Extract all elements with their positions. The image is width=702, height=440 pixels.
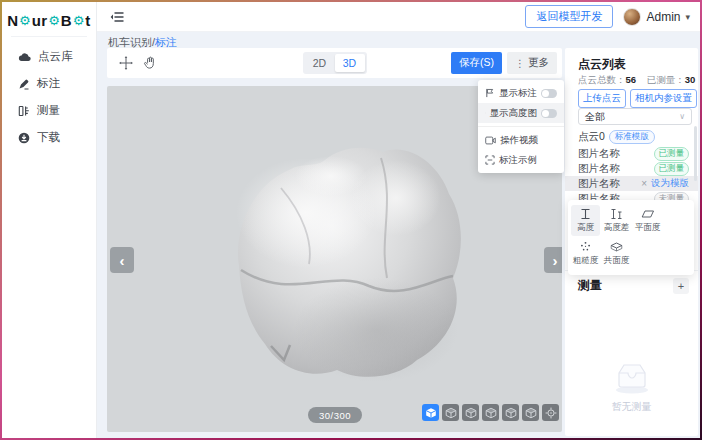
status-badge: 已测量	[654, 147, 690, 161]
add-measurement-button[interactable]: +	[673, 278, 689, 294]
total-label: 点云总数：	[578, 74, 626, 85]
panel-title: 点云列表	[578, 56, 626, 73]
chevron-down-icon: ▾	[685, 12, 690, 22]
camera-params-button[interactable]: 相机内参设置	[630, 89, 697, 108]
menu-item-show-annotation[interactable]: 显示标注	[478, 83, 564, 103]
gear-icon: ⚙	[48, 13, 60, 28]
more-button-label: 更多	[528, 56, 549, 70]
view-3d-button[interactable]: 3D	[335, 54, 365, 72]
measure-section-title: 测量	[578, 277, 602, 294]
image-name: 图片名称	[578, 177, 620, 191]
save-button[interactable]: 保存(S)	[451, 52, 502, 74]
logo-text: N	[7, 12, 18, 29]
empty-tray-icon	[611, 361, 653, 395]
avatar	[623, 8, 641, 26]
show-heightmap-toggle[interactable]	[541, 109, 557, 118]
breadcrumb-parent[interactable]: 机车识别/	[108, 36, 155, 48]
more-dots-icon: ⋮	[515, 58, 525, 69]
status-badge: 已测量	[654, 162, 690, 176]
view-front-button[interactable]	[442, 404, 459, 421]
height-difference-icon	[610, 208, 623, 220]
flatness-icon	[641, 208, 655, 220]
filter-value: 全部	[585, 110, 605, 124]
measured-value: 30	[685, 74, 696, 85]
empty-state-text: 暂无测量	[612, 400, 652, 414]
tool-roughness[interactable]: 粗糙度	[571, 238, 600, 269]
user-name: Admin	[646, 10, 680, 24]
tool-coplanarity[interactable]: 共面度	[602, 238, 631, 269]
total-value: 56	[626, 74, 637, 85]
view-right-button[interactable]	[502, 404, 519, 421]
gear-icon: ⚙	[73, 13, 85, 28]
move-tool-icon[interactable]	[119, 56, 133, 70]
pointcloud-group-row[interactable]: 点云0 标准模版	[578, 130, 655, 144]
image-row[interactable]: 图片名称 已测量	[565, 146, 698, 161]
sidebar-item-label: 下载	[37, 130, 60, 145]
pointcloud-panel: 点云列表 点云总数：56 已测量：30 上传点云 相机内参设置 全部 ∨ 点云0…	[565, 48, 698, 436]
image-name: 图片名称	[578, 162, 620, 176]
app-window: N⚙ur⚙B⚙t 点云库 标注 测量 下载 返回模型开发 Admin	[2, 2, 700, 438]
view-back-button[interactable]	[462, 404, 479, 421]
sidebar-item-label: 标注	[37, 76, 60, 91]
view-left-button[interactable]	[482, 404, 499, 421]
filter-select[interactable]: 全部 ∨	[578, 108, 692, 125]
image-row-selected[interactable]: 图片名称 × 设为模版	[565, 176, 698, 191]
collapse-sidebar-icon[interactable]	[110, 11, 124, 23]
roughness-icon	[579, 241, 592, 253]
back-to-model-dev-button[interactable]: 返回模型开发	[525, 5, 613, 28]
next-image-button[interactable]: ›	[544, 247, 562, 273]
tool-height[interactable]: 高度	[571, 205, 600, 236]
menu-item-label: 操作视频	[500, 134, 538, 147]
close-icon[interactable]: ×	[641, 178, 647, 189]
view-iso-button[interactable]	[422, 404, 439, 421]
image-row[interactable]: 图片名称 已测量	[565, 161, 698, 176]
app-logo: N⚙ur⚙B⚙t	[2, 4, 96, 36]
ruler-icon	[18, 105, 30, 117]
empty-state: 暂无测量	[565, 361, 698, 414]
sidebar-item-pointcloud-library[interactable]: 点云库	[2, 43, 96, 70]
view-top-button[interactable]	[522, 404, 539, 421]
tool-label: 粗糙度	[573, 255, 599, 267]
height-icon	[579, 208, 592, 220]
reset-view-button[interactable]	[542, 404, 559, 421]
pen-icon	[18, 78, 30, 90]
menu-item-show-heightmap[interactable]: 显示高度图	[478, 103, 564, 123]
view-mode-toggle: 2D 3D	[303, 52, 367, 74]
chevron-down-icon: ∨	[679, 112, 685, 121]
sidebar: N⚙ur⚙B⚙t 点云库 标注 测量 下载	[2, 2, 97, 438]
canvas-toolbar: 2D 3D 保存(S) ⋮更多	[107, 48, 562, 78]
sidebar-item-measure[interactable]: 测量	[2, 97, 96, 124]
tool-label: 平面度	[635, 222, 661, 234]
sidebar-item-label: 点云库	[38, 49, 73, 64]
logo-text: ur	[32, 12, 48, 29]
previous-image-button[interactable]: ‹	[110, 247, 134, 273]
top-header: 返回模型开发 Admin ▾	[97, 2, 700, 32]
tool-height-difference[interactable]: 高度差	[602, 205, 631, 236]
pagination-badge: 30/300	[308, 407, 362, 423]
view-orientation-buttons	[422, 404, 559, 421]
sidebar-item-label: 测量	[37, 103, 60, 118]
menu-item-label: 显示标注	[499, 87, 537, 100]
logo-text: B	[61, 12, 72, 29]
tool-label: 高度	[577, 222, 594, 234]
sidebar-item-download[interactable]: 下载	[2, 124, 96, 151]
image-list: 图片名称 已测量 图片名称 已测量 图片名称 × 设为模版 图片名称 未测量	[565, 146, 698, 206]
video-icon	[485, 136, 496, 145]
set-as-template-link[interactable]: 设为模版	[651, 177, 689, 190]
breadcrumb-current: 标注	[155, 36, 177, 48]
pointcloud-name: 点云0	[578, 130, 605, 144]
show-annotation-toggle[interactable]	[541, 89, 557, 98]
upload-pointcloud-button[interactable]: 上传点云	[578, 89, 626, 108]
sidebar-item-annotate[interactable]: 标注	[2, 70, 96, 97]
menu-item-annotation-example[interactable]: 标注示例	[478, 150, 564, 170]
more-button[interactable]: ⋮更多	[507, 52, 557, 74]
menu-item-label: 显示高度图	[490, 107, 538, 120]
tool-flatness[interactable]: 平面度	[633, 205, 662, 236]
hand-tool-icon[interactable]	[143, 56, 157, 70]
more-dropdown-menu: 显示标注 显示高度图 操作视频 标注示例	[478, 80, 564, 173]
view-2d-button[interactable]: 2D	[305, 54, 335, 72]
user-menu[interactable]: Admin ▾	[623, 8, 690, 26]
panel-stats: 点云总数：56 已测量：30	[578, 74, 695, 87]
menu-item-operation-video[interactable]: 操作视频	[478, 130, 564, 150]
panel-scrollbar[interactable]	[694, 126, 697, 181]
